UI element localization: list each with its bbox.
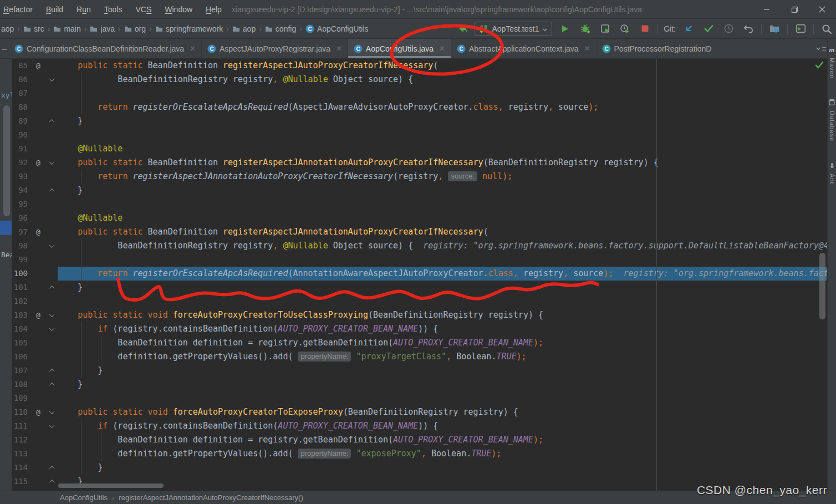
fold-expand-icon[interactable] xyxy=(49,242,54,248)
code-text[interactable]: @Nullable xyxy=(58,211,827,225)
tab-AbstractApplicationContext.java[interactable]: CAbstractApplicationContext.java✕ xyxy=(451,39,597,58)
tab-close-icon[interactable]: ✕ xyxy=(439,44,445,53)
code-editor[interactable]: xylBea 85@ public static BeanDefinition … xyxy=(0,59,827,491)
collapsed-left-panel[interactable]: xylBea xyxy=(0,59,12,491)
search-icon[interactable] xyxy=(819,22,834,36)
line-number[interactable]: 86 xyxy=(12,73,31,86)
code-line-93[interactable]: 93 return registerAspectJAnnotationAutoP… xyxy=(0,170,827,184)
code-text[interactable]: BeanDefinitionRegistry registry, @Nullab… xyxy=(58,73,827,86)
project-structure-icon[interactable] xyxy=(767,22,782,36)
fold-marker[interactable] xyxy=(45,156,58,170)
menu-tools[interactable]: Tools xyxy=(98,0,129,19)
line-number[interactable]: 98 xyxy=(12,239,31,253)
tab-AopConfigUtils.java[interactable]: CAopConfigUtils.java✕ xyxy=(348,39,451,58)
fold-expand-icon[interactable] xyxy=(49,422,54,428)
line-number[interactable]: 85 xyxy=(12,59,31,73)
fold-expand-icon[interactable] xyxy=(49,409,54,414)
code-text[interactable]: definition.getPropertyValues().add( prop… xyxy=(58,350,827,364)
fold-collapse-icon[interactable] xyxy=(49,286,54,291)
left-panel-scrollbar[interactable] xyxy=(3,105,10,216)
tool-window-button-database[interactable]: Database xyxy=(829,111,835,141)
line-number[interactable]: 94 xyxy=(12,184,31,197)
left-panel-selected-row[interactable] xyxy=(0,221,12,235)
line-number[interactable]: 110 xyxy=(12,405,31,419)
code-line-102[interactable]: 102 xyxy=(0,294,827,308)
code-text[interactable]: public static void forceAutoProxyCreator… xyxy=(58,405,827,419)
code-text[interactable]: BeanDefinitionRegistry registry, @Nullab… xyxy=(58,239,827,253)
tab-close-icon[interactable]: ✕ xyxy=(190,44,196,53)
code-line-114[interactable]: 114 } xyxy=(0,461,827,475)
line-number[interactable]: 90 xyxy=(12,128,31,142)
line-number[interactable]: 99 xyxy=(12,253,31,267)
fold-expand-icon[interactable] xyxy=(49,312,54,317)
breadcrumb-item-src[interactable]: src xyxy=(22,24,45,33)
line-number[interactable]: 115 xyxy=(12,475,31,488)
code-text[interactable] xyxy=(58,253,827,267)
tab-PostProcessorRegistrationD[interactable]: CPostProcessorRegistrationD xyxy=(597,39,718,58)
tab-close-icon[interactable]: ✕ xyxy=(584,44,590,53)
code-line-89[interactable]: 89 } xyxy=(0,114,827,128)
fold-marker[interactable] xyxy=(45,73,58,86)
inspection-ok-icon[interactable] xyxy=(815,60,824,72)
code-text[interactable] xyxy=(58,294,827,308)
tab-close-icon[interactable]: ✕ xyxy=(336,44,342,53)
code-line-100[interactable]: 100 return registerOrEscalateApcAsRequir… xyxy=(0,267,827,281)
line-number[interactable]: 100 xyxy=(12,267,31,281)
breadcrumb-item-aop[interactable]: aop xyxy=(231,24,257,33)
coverage-icon[interactable] xyxy=(598,22,612,36)
code-line-104[interactable]: 104 if (registry.containsBeanDefinition(… xyxy=(0,322,827,336)
fold-collapse-icon[interactable] xyxy=(49,466,54,471)
profiler-icon[interactable] xyxy=(618,22,632,36)
code-line-87[interactable]: 87 xyxy=(0,86,827,100)
code-text[interactable]: } xyxy=(58,378,827,391)
line-number[interactable]: 89 xyxy=(12,114,31,128)
code-line-98[interactable]: 98 BeanDefinitionRegistry registry, @Nul… xyxy=(0,239,827,253)
code-text[interactable]: if (registry.containsBeanDefinition(AUTO… xyxy=(58,322,827,336)
code-line-86[interactable]: 86 BeanDefinitionRegistry registry, @Nul… xyxy=(0,73,827,86)
code-line-96[interactable]: 96 @Nullable xyxy=(0,211,827,225)
code-text[interactable]: } xyxy=(58,184,827,197)
code-text[interactable]: @Nullable xyxy=(58,142,827,156)
code-text[interactable]: public static BeanDefinition registerAsp… xyxy=(58,156,827,170)
line-number[interactable]: 92 xyxy=(12,156,31,170)
line-number[interactable]: 105 xyxy=(12,336,31,350)
menu-build[interactable]: Build xyxy=(39,0,70,19)
code-text[interactable] xyxy=(58,86,827,100)
code-line-95[interactable]: 95 xyxy=(0,197,827,211)
code-text[interactable]: return registerOrEscalateApcAsRequired(A… xyxy=(58,100,827,114)
breadcrumb-item-AopConfigUtils[interactable]: CAopConfigUtils xyxy=(304,24,370,33)
code-text[interactable]: if (registry.containsBeanDefinition(AUTO… xyxy=(58,419,827,433)
fold-marker[interactable] xyxy=(45,322,58,336)
git-rollback-icon[interactable] xyxy=(741,22,756,36)
code-line-92[interactable]: 92@ public static BeanDefinition registe… xyxy=(0,156,827,170)
fold-collapse-icon[interactable] xyxy=(49,119,54,125)
tool-window-button-ant[interactable]: Ant xyxy=(829,174,835,185)
code-line-94[interactable]: 94 } xyxy=(0,184,827,197)
code-line-109[interactable]: 109 xyxy=(0,391,827,405)
line-number[interactable]: 104 xyxy=(12,322,31,336)
code-text[interactable]: public static BeanDefinition registerAsp… xyxy=(58,225,827,239)
code-line-113[interactable]: 113 definition.getPropertyValues().add( … xyxy=(0,447,827,461)
breadcrumb-item-aop[interactable]: aop xyxy=(0,24,15,33)
line-number[interactable]: 102 xyxy=(12,294,31,308)
debug-icon[interactable] xyxy=(578,22,592,36)
line-number[interactable]: 95 xyxy=(12,197,31,211)
code-line-105[interactable]: 105 BeanDefinition definition = registry… xyxy=(0,336,827,350)
code-line-85[interactable]: 85@ public static BeanDefinition registe… xyxy=(0,59,827,73)
line-number[interactable]: 88 xyxy=(12,100,31,114)
code-line-111[interactable]: 111 if (registry.containsBeanDefinition(… xyxy=(0,419,827,433)
fold-collapse-icon[interactable] xyxy=(49,480,54,485)
fold-expand-icon[interactable] xyxy=(49,325,54,331)
bottom-breadcrumb-item[interactable]: registerAspectJAnnotationAutoProxyCreato… xyxy=(119,493,303,502)
menu-window[interactable]: Window xyxy=(158,0,199,19)
code-text[interactable]: definition.getPropertyValues().add( prop… xyxy=(58,447,827,461)
breadcrumb-item-springframework[interactable]: springframework xyxy=(154,24,224,33)
code-line-90[interactable]: 90 xyxy=(0,128,827,142)
code-text[interactable] xyxy=(58,128,827,142)
code-text[interactable]: BeanDefinition definition = registry.get… xyxy=(58,433,827,447)
code-line-99[interactable]: 99 xyxy=(0,253,827,267)
line-number[interactable]: 93 xyxy=(12,170,31,184)
stop-icon[interactable] xyxy=(638,22,652,36)
terminal-icon[interactable] xyxy=(793,22,808,36)
tab-ConfigurationClassBeanDefinitionReader.java[interactable]: CConfigurationClassBeanDefinitionReader.… xyxy=(9,39,202,58)
